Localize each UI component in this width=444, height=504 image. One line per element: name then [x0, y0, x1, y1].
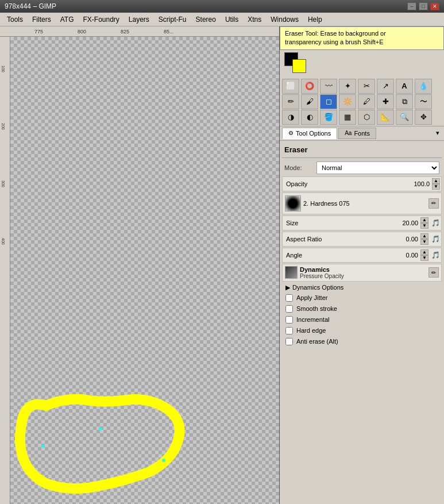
- aspect-ratio-spinner[interactable]: ▲ ▼: [420, 233, 430, 245]
- tool-crop[interactable]: ✂: [358, 79, 375, 94]
- tool-dodge-burn[interactable]: ◑: [282, 110, 299, 125]
- angle-down[interactable]: ▼: [420, 255, 428, 261]
- angle-spinner[interactable]: ▲ ▼: [420, 249, 430, 261]
- tool-pencil[interactable]: ✏: [282, 94, 299, 109]
- menu-fx-foundry[interactable]: FX-Foundry: [78, 14, 123, 25]
- tool-paintbrush[interactable]: 🖌: [301, 94, 318, 109]
- menu-atg[interactable]: ATG: [56, 14, 79, 25]
- maximize-button[interactable]: □: [419, 2, 428, 10]
- size-down[interactable]: ▼: [420, 223, 428, 229]
- tool-measure[interactable]: 📐: [377, 110, 394, 125]
- tool-paths[interactable]: ⬡: [358, 110, 375, 125]
- opacity-spinner[interactable]: ▲ ▼: [432, 178, 441, 190]
- tool-move[interactable]: ✥: [415, 110, 432, 125]
- anti-erase-checkbox[interactable]: [285, 338, 293, 345]
- apply-jitter-row: Apply Jitter: [282, 293, 442, 303]
- menu-help[interactable]: Help: [303, 14, 327, 25]
- tab-fonts-label: Fonts: [354, 130, 370, 137]
- svg-point-1: [99, 427, 102, 430]
- aspect-ratio-up[interactable]: ▲: [420, 233, 428, 239]
- dynamics-info: Dynamics Pressure Opacity: [300, 266, 426, 279]
- smooth-stroke-checkbox[interactable]: [285, 305, 293, 313]
- mode-select[interactable]: Normal Dissolve Behind Multiply Screen: [316, 161, 439, 174]
- tool-transform[interactable]: ↗: [377, 79, 394, 94]
- tool-select-rect[interactable]: ⬜: [282, 79, 299, 94]
- tool-desaturate[interactable]: ◐: [301, 110, 318, 125]
- dynamics-options-row[interactable]: ▶ Dynamics Options: [282, 283, 442, 293]
- menu-windows[interactable]: Windows: [266, 14, 303, 25]
- tool-smudge[interactable]: 〜: [415, 94, 432, 109]
- tool-ink[interactable]: 🖊: [358, 94, 375, 109]
- tooltip-line2: transparency using a brush Shift+E: [285, 38, 439, 47]
- brush-preview[interactable]: [285, 195, 301, 211]
- anti-erase-row: Anti erase (Alt): [282, 336, 442, 347]
- incremental-row: Incremental: [282, 314, 442, 325]
- size-spinner[interactable]: ▲ ▼: [420, 217, 430, 229]
- aspect-ratio-link-icon[interactable]: 🎵: [430, 235, 441, 243]
- dynamics-row: Dynamics Pressure Opacity ✏: [282, 264, 442, 282]
- size-up[interactable]: ▲: [420, 217, 428, 223]
- opacity-up[interactable]: ▲: [432, 178, 440, 184]
- menu-xtns[interactable]: Xtns: [243, 14, 266, 25]
- size-link-icon[interactable]: 🎵: [430, 219, 441, 227]
- angle-link-icon[interactable]: 🎵: [430, 251, 441, 259]
- aspect-ratio-value: 0.00: [392, 234, 420, 244]
- ruler-top: 775 800 825 85...: [0, 26, 280, 37]
- opacity-row: Opacity 100.0 ▲ ▼: [282, 176, 442, 191]
- anti-erase-label[interactable]: Anti erase (Alt): [296, 338, 338, 345]
- incremental-label[interactable]: Incremental: [296, 316, 329, 323]
- tool-text[interactable]: A: [396, 79, 413, 94]
- menu-tools[interactable]: Tools: [2, 14, 28, 25]
- aspect-ratio-down[interactable]: ▼: [420, 239, 428, 245]
- tool-select-ellipse[interactable]: ⭕: [301, 79, 318, 94]
- aspect-ratio-row: Aspect Ratio 0.00 ▲ ▼ 🎵: [282, 232, 442, 247]
- hard-edge-row: Hard edge: [282, 325, 442, 336]
- angle-up[interactable]: ▲: [420, 249, 428, 255]
- size-label: Size: [283, 218, 334, 228]
- dynamics-options-arrow: ▶: [285, 284, 290, 291]
- hard-edge-checkbox[interactable]: [285, 327, 293, 334]
- tool-select-fuzzy[interactable]: ✦: [339, 79, 356, 94]
- tab-fonts[interactable]: Aa Fonts: [338, 128, 376, 139]
- apply-jitter-checkbox[interactable]: [285, 294, 293, 302]
- tool-clone[interactable]: ⧉: [396, 94, 413, 109]
- brush-edit-button[interactable]: ✏: [428, 198, 439, 209]
- mode-row: Mode: Normal Dissolve Behind Multiply Sc…: [282, 160, 442, 175]
- svg-point-2: [162, 459, 165, 462]
- tool-bucket-fill[interactable]: 🪣: [320, 110, 337, 125]
- tab-tool-options[interactable]: ⚙ Tool Options: [282, 128, 337, 139]
- ruler-mark-v4: 400: [1, 238, 5, 245]
- menu-stereo[interactable]: Stereo: [191, 14, 221, 25]
- tool-eraser[interactable]: ◻: [320, 94, 337, 109]
- incremental-checkbox[interactable]: [285, 316, 293, 324]
- tool-select-free[interactable]: 〰: [320, 79, 337, 94]
- tool-color-picker[interactable]: 💧: [415, 79, 432, 94]
- tool-zoom[interactable]: 🔍: [396, 110, 413, 125]
- brush-name: 2. Hardness 075: [303, 200, 426, 207]
- smooth-stroke-label[interactable]: Smooth stroke: [296, 305, 337, 312]
- canvas-area[interactable]: 775 800 825 85... 100 200 300 400: [0, 26, 280, 504]
- minimize-button[interactable]: –: [407, 2, 416, 10]
- angle-label: Angle: [283, 251, 334, 260]
- dynamics-icon: [285, 266, 298, 279]
- tool-blend[interactable]: ▦: [339, 110, 356, 125]
- menu-layers[interactable]: Layers: [124, 14, 154, 25]
- opacity-value: 100.0: [403, 179, 432, 188]
- menu-filters[interactable]: Filters: [28, 14, 56, 25]
- toolbox: ⬜ ⭕ 〰 ✦ ✂ ↗ A 💧 ✏ 🖌 ◻ 🔆 🖊 ✚ ⧉ 〜 ◑ ◐ 🪣 ▦ …: [280, 78, 444, 126]
- right-panel: Eraser Tool: Erase to background or tran…: [280, 26, 444, 504]
- aspect-ratio-label: Aspect Ratio: [283, 234, 334, 244]
- tool-heal[interactable]: ✚: [377, 94, 394, 109]
- tool-airbrush[interactable]: 🔆: [339, 94, 356, 109]
- hard-edge-label[interactable]: Hard edge: [296, 327, 326, 334]
- apply-jitter-label[interactable]: Apply Jitter: [296, 294, 327, 301]
- tab-menu-arrow[interactable]: ▾: [434, 128, 442, 138]
- ruler-mark-v2: 200: [1, 123, 5, 130]
- dynamics-edit-button[interactable]: ✏: [428, 267, 439, 278]
- close-button[interactable]: ✕: [430, 2, 439, 10]
- ruler-mark-800: 800: [78, 29, 86, 34]
- menu-script-fu[interactable]: Script-Fu: [154, 14, 191, 25]
- opacity-down[interactable]: ▼: [432, 184, 440, 190]
- background-color[interactable]: [292, 59, 306, 73]
- menu-utils[interactable]: Utils: [221, 14, 243, 25]
